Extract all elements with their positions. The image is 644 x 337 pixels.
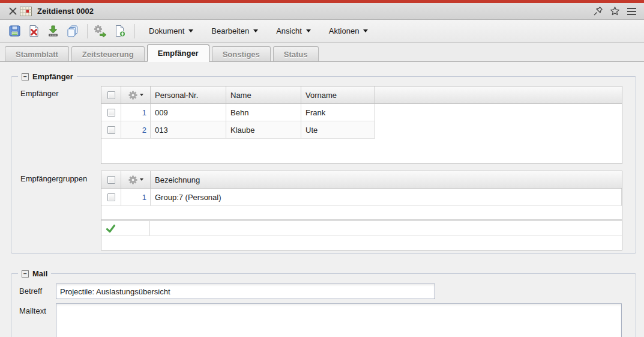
- cell-name: Behn: [226, 104, 301, 121]
- mailtext-row: Mailtext: [11, 303, 636, 337]
- groups-table-header: Bezeichnung: [101, 171, 622, 189]
- mail-group: − Mail Betreff Mailtext: [11, 273, 636, 337]
- column-header-personal-nr[interactable]: Personal-Nr.: [151, 87, 226, 103]
- tab-status[interactable]: Status: [273, 46, 319, 61]
- tab-empfaenger[interactable]: Empfänger: [147, 44, 209, 62]
- tab-stammblatt[interactable]: Stammblatt: [5, 46, 69, 61]
- new-entry-row: [101, 220, 622, 236]
- cell-vorname: Ute: [301, 121, 375, 138]
- menu-ansicht[interactable]: Ansicht: [276, 26, 311, 35]
- column-header-vorname[interactable]: Vorname: [301, 87, 375, 103]
- new-entry-input-cell[interactable]: [150, 221, 622, 235]
- row-number[interactable]: 1: [121, 189, 151, 205]
- gear-icon: [128, 91, 137, 100]
- menu-aktionen[interactable]: Aktionen: [329, 26, 369, 35]
- table-actions-cell[interactable]: [121, 171, 151, 188]
- empfaenger-group: − Empfänger Empfänger: [11, 76, 636, 254]
- chevron-down-icon: [188, 29, 193, 32]
- betreff-row: Betreff: [11, 284, 636, 299]
- select-all-checkbox[interactable]: [107, 176, 115, 184]
- table-row[interactable]: 2 013 Klaube Ute: [101, 121, 375, 139]
- chevron-down-icon: [140, 178, 143, 181]
- cell-vorname: Frank: [301, 104, 375, 121]
- toolbar: Dokument Bearbeiten Ansicht Aktionen: [0, 20, 644, 43]
- empty-table-row: [101, 206, 622, 220]
- delete-button[interactable]: [25, 23, 42, 40]
- content-area: − Empfänger Empfänger: [0, 76, 644, 337]
- table-actions-cell[interactable]: [121, 87, 151, 103]
- menu-label: Ansicht: [276, 26, 302, 35]
- delete-icon: [28, 25, 40, 37]
- tab-sonstiges[interactable]: Sonstiges: [212, 46, 271, 61]
- cell-bezeichnung: Group:7 (Personal): [151, 189, 622, 205]
- menu-bearbeiten[interactable]: Bearbeiten: [211, 26, 258, 35]
- title-bar: Zeitdienst 0002: [0, 3, 644, 20]
- column-header-filler: [375, 87, 622, 103]
- mailtext-label: Mailtext: [11, 303, 56, 315]
- recipients-table: Personal-Nr. Name Vorname 1 009 Behn Fra…: [101, 86, 622, 164]
- row-checkbox[interactable]: [107, 193, 115, 201]
- menu-dokument[interactable]: Dokument: [149, 26, 193, 35]
- menu-label: Bearbeiten: [211, 26, 249, 35]
- cell-personal-nr: 009: [151, 104, 226, 121]
- table-row[interactable]: 1 Group:7 (Personal): [101, 189, 622, 206]
- pin-icon[interactable]: [591, 5, 604, 18]
- mailtext-textarea[interactable]: [56, 303, 622, 337]
- table-row[interactable]: 1 009 Behn Frank: [101, 104, 375, 121]
- chevron-down-icon: [306, 29, 311, 32]
- groups-table: Bezeichnung 1 Group:7 (Personal): [101, 171, 622, 250]
- empfaenger-group-legend: − Empfänger: [18, 72, 77, 81]
- collapse-icon[interactable]: −: [22, 270, 29, 278]
- recipients-table-header: Personal-Nr. Name Vorname: [101, 87, 622, 104]
- cell-name: Klaube: [226, 121, 301, 138]
- title-actions: [591, 5, 638, 18]
- toolbar-separator: [134, 24, 135, 38]
- column-header-bezeichnung[interactable]: Bezeichnung: [151, 171, 622, 188]
- new-document-button[interactable]: [111, 23, 128, 40]
- favorite-star-icon[interactable]: [608, 5, 621, 18]
- confirm-check-icon: [106, 223, 116, 234]
- new-document-icon: [113, 25, 126, 37]
- copy-button[interactable]: [64, 23, 80, 40]
- tab-zeitsteuerung[interactable]: Zeitsteuerung: [71, 46, 145, 61]
- burger-menu-icon[interactable]: [625, 5, 638, 18]
- betreff-label: Betreff: [11, 284, 56, 296]
- row-checkbox[interactable]: [107, 126, 115, 134]
- gear-icon: [128, 175, 137, 184]
- column-header-name[interactable]: Name: [226, 87, 301, 103]
- chevron-down-icon: [140, 94, 143, 96]
- cell-personal-nr: 013: [151, 121, 226, 138]
- group-legend-label: Empfänger: [32, 72, 73, 81]
- chevron-down-icon: [363, 29, 368, 32]
- collapse-icon[interactable]: −: [22, 73, 29, 80]
- row-checkbox[interactable]: [107, 109, 115, 117]
- window-title: Zeitdienst 0002: [37, 7, 94, 16]
- betreff-input[interactable]: [56, 284, 435, 299]
- menu-label: Dokument: [149, 26, 184, 35]
- close-icon[interactable]: [6, 5, 19, 18]
- group-legend-label: Mail: [32, 269, 47, 278]
- recipients-label: Empfänger: [11, 77, 101, 164]
- copy-icon: [66, 25, 79, 37]
- document-type-icon: [19, 5, 32, 18]
- save-icon: [8, 25, 21, 37]
- row-number[interactable]: 2: [121, 121, 151, 138]
- groups-label: Empfängergruppen: [11, 164, 101, 250]
- select-all-checkbox[interactable]: [107, 91, 115, 99]
- recipients-field-row: Empfänger: [11, 77, 636, 164]
- tab-bar: Stammblatt Zeitsteuerung Empfänger Sonst…: [0, 43, 644, 62]
- confirm-cell[interactable]: [101, 221, 150, 235]
- save-button[interactable]: [6, 23, 23, 40]
- toolbar-separator: [87, 24, 88, 38]
- import-button[interactable]: [44, 23, 61, 40]
- chevron-down-icon: [253, 29, 258, 32]
- groups-field-row: Empfängergruppen: [11, 164, 636, 250]
- row-number[interactable]: 1: [121, 104, 151, 121]
- menu-label: Aktionen: [329, 26, 360, 35]
- process-button[interactable]: [92, 23, 109, 40]
- import-icon: [47, 25, 59, 37]
- mail-group-legend: − Mail: [18, 269, 51, 278]
- process-gear-icon: [94, 25, 107, 37]
